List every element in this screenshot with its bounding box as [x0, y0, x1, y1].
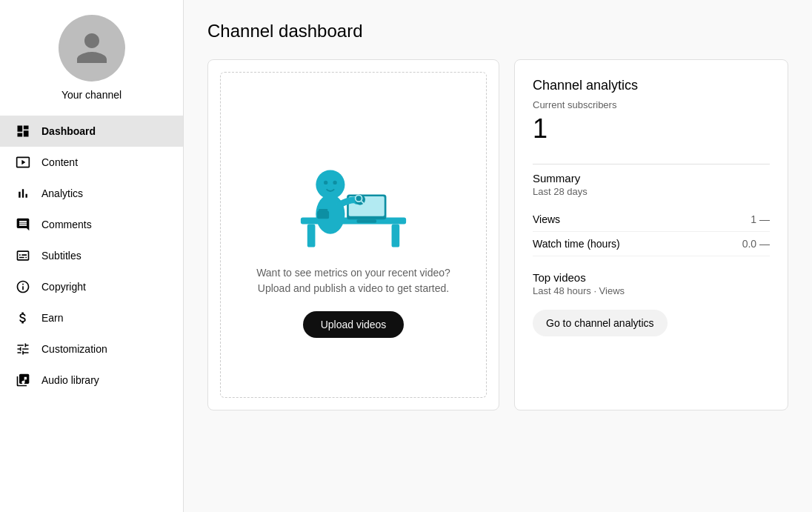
comments-icon — [15, 216, 31, 233]
svg-rect-13 — [317, 211, 329, 219]
sidebar-item-copyright[interactable]: Copyright — [0, 271, 183, 302]
go-to-channel-analytics-button[interactable]: Go to channel analytics — [533, 310, 668, 336]
views-value: 1 — — [751, 213, 770, 225]
svg-point-9 — [333, 181, 336, 184]
subtitles-icon — [15, 247, 31, 264]
sidebar-item-earn-label: Earn — [41, 312, 64, 324]
dashboard-icon — [15, 123, 31, 139]
upload-inner: Want to see metrics on your recent video… — [220, 72, 487, 398]
current-subscribers-label: Current subscribers — [533, 99, 770, 110]
summary-period: Last 28 days — [533, 186, 770, 197]
analytics-card: Channel analytics Current subscribers 1 … — [514, 59, 788, 410]
sidebar-item-comments-label: Comments — [41, 219, 92, 230]
top-videos-title: Top videos — [533, 271, 770, 284]
sidebar-item-customization[interactable]: Customization — [0, 333, 183, 365]
page-title: Channel dashboard — [207, 21, 788, 41]
sidebar-item-customization-label: Customization — [41, 343, 107, 355]
earn-icon — [15, 310, 31, 326]
channel-name: Your channel — [61, 89, 122, 101]
subscribers-count: 1 — [533, 113, 770, 144]
main-content: Channel dashboard — [184, 0, 812, 512]
cards-row: Want to see metrics on your recent video… — [207, 59, 788, 410]
content-icon — [15, 154, 31, 170]
sidebar-item-copyright-label: Copyright — [41, 281, 86, 293]
upload-text: Want to see metrics on your recent video… — [256, 265, 450, 296]
sidebar-item-analytics[interactable]: Analytics — [0, 178, 183, 209]
watch-time-label: Watch time (hours) — [533, 238, 620, 250]
analytics-card-title: Channel analytics — [533, 78, 770, 93]
copyright-icon — [15, 279, 31, 295]
svg-rect-1 — [307, 224, 316, 247]
svg-point-7 — [316, 170, 345, 199]
svg-point-8 — [324, 181, 327, 184]
person-icon — [73, 30, 110, 67]
sidebar-item-dashboard-label: Dashboard — [41, 125, 96, 137]
avatar — [59, 15, 125, 82]
views-stat-row: Views 1 — — [533, 207, 770, 232]
upload-illustration — [279, 132, 427, 250]
sidebar-item-subtitles[interactable]: Subtitles — [0, 240, 183, 271]
views-label: Views — [533, 213, 560, 225]
top-videos-sub: Last 48 hours · Views — [533, 285, 770, 296]
sidebar-item-audio-library[interactable]: Audio library — [0, 365, 183, 396]
analytics-icon — [15, 185, 31, 202]
svg-rect-14 — [319, 209, 327, 212]
sidebar-item-audio-library-label: Audio library — [41, 374, 99, 386]
sidebar-item-comments[interactable]: Comments — [0, 209, 183, 240]
upload-card: Want to see metrics on your recent video… — [207, 59, 499, 410]
sidebar-item-earn[interactable]: Earn — [0, 302, 183, 333]
customization-icon — [15, 341, 31, 357]
channel-avatar-section: Your channel — [59, 15, 125, 101]
watch-time-value: 0.0 — — [742, 238, 770, 250]
sidebar-item-content-label: Content — [41, 156, 78, 168]
sidebar-item-content[interactable]: Content — [0, 147, 183, 178]
svg-rect-5 — [356, 219, 376, 222]
sidebar-item-subtitles-label: Subtitles — [41, 250, 81, 262]
svg-rect-2 — [392, 224, 400, 247]
audio-library-icon — [15, 372, 31, 388]
sidebar-item-dashboard[interactable]: Dashboard — [0, 116, 183, 147]
divider-1 — [533, 164, 770, 164]
summary-title: Summary — [533, 172, 770, 184]
upload-videos-button[interactable]: Upload videos — [303, 311, 405, 338]
watch-time-stat-row: Watch time (hours) 0.0 — — [533, 232, 770, 256]
sidebar: Your channel Dashboard Content Analytics… — [0, 0, 184, 512]
sidebar-item-analytics-label: Analytics — [41, 187, 83, 199]
